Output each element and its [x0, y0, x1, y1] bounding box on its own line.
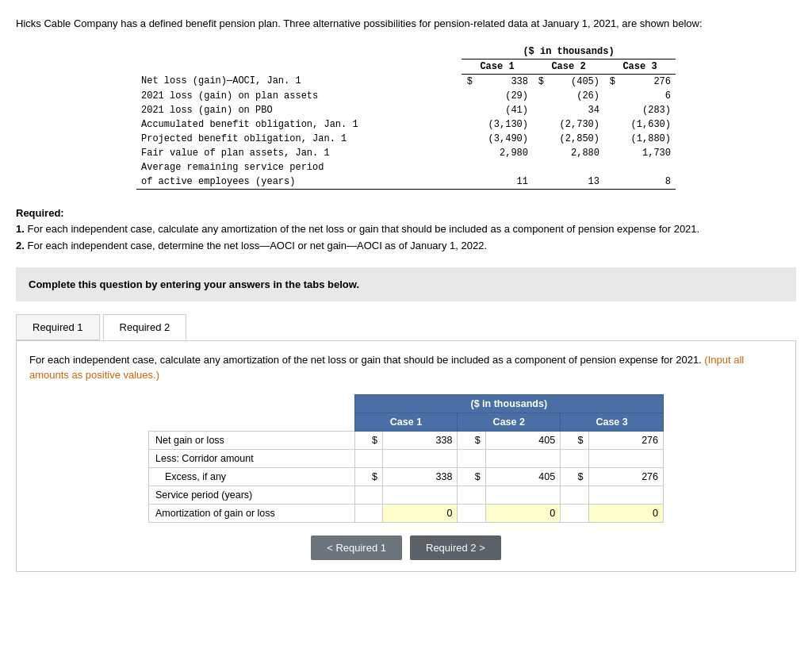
case2-dollar: $ — [533, 74, 549, 89]
row-label-excess: Excess, if any — [149, 467, 355, 486]
case1-val: (29) — [477, 89, 533, 103]
case3-net-input[interactable]: 276 — [588, 431, 663, 449]
required-title: Required: — [16, 207, 64, 219]
next-button-label: Required 2 > — [426, 542, 485, 554]
req2-number: 2. — [16, 240, 25, 251]
case3-excess-input[interactable]: 276 — [588, 467, 663, 486]
tab-content: For each independent case, calculate any… — [16, 340, 796, 572]
case1-val: (41) — [477, 103, 533, 117]
row-label: 2021 loss (gain) on PBO — [136, 103, 462, 117]
case3-corridor-input[interactable] — [588, 449, 663, 467]
ans-row-excess: Excess, if any $ 338 $ 405 $ 276 — [149, 467, 664, 486]
case3-val: 6 — [620, 89, 676, 103]
table-row: of active employees (years) 11 13 8 — [136, 175, 676, 190]
case2-val: (2,850) — [549, 132, 604, 146]
row-label: 2021 loss (gain) on plan assets — [136, 89, 462, 103]
case3-service-input[interactable] — [588, 486, 663, 504]
row-label: Net loss (gain)—AOCI, Jan. 1 — [136, 74, 462, 89]
row-label: of active employees (years) — [136, 175, 462, 190]
table-row: Average remaining service period — [136, 160, 676, 175]
tabs-row: Required 1 Required 2 — [16, 314, 796, 340]
table-row: Accumulated benefit obligation, Jan. 1 (… — [136, 117, 676, 132]
case3-amort-val[interactable]: 0 — [588, 504, 663, 522]
case1-dollar-empty2 — [354, 486, 382, 504]
case2-dollar-empty — [458, 449, 485, 467]
ans-row-net-gain-loss: Net gain or loss $ 338 $ 405 $ 276 — [149, 431, 664, 449]
case2-dollar: $ — [458, 431, 485, 449]
nav-buttons: < Required 1 Required 2 > — [29, 535, 783, 560]
row-label-corridor: Less: Corridor amount — [149, 449, 355, 467]
req1-number: 1. — [16, 223, 25, 235]
case2-val: 2,880 — [549, 146, 604, 160]
case2-val: (26) — [549, 89, 604, 103]
complete-box: Complete this question by entering your … — [16, 267, 796, 301]
case1-dollar-empty3 — [354, 504, 382, 522]
case1-excess-input[interactable]: 338 — [382, 467, 457, 486]
tabs-container: Required 1 Required 2 For each independe… — [16, 314, 796, 572]
ans-col-case1: Case 1 — [354, 413, 458, 431]
case1-dollar: $ — [462, 74, 477, 89]
required-section: Required: 1. For each independent case, … — [16, 205, 796, 255]
case1-corridor-input[interactable] — [382, 449, 457, 467]
row-label-amort: Amortization of gain or loss — [149, 504, 355, 522]
case2-dollar-empty3 — [458, 504, 485, 522]
next-button[interactable]: Required 2 > — [410, 535, 501, 560]
case1-val: 2,980 — [477, 146, 533, 160]
table-row: Projected benefit obligation, Jan. 1 (3,… — [136, 132, 676, 146]
main-table-header: ($ in thousands) — [462, 44, 676, 59]
case1-dollar-empty — [354, 449, 382, 467]
col-case2-header: Case 2 — [533, 59, 604, 74]
case1-amort-val[interactable]: 0 — [382, 504, 457, 522]
case2-val: 13 — [549, 175, 604, 190]
answer-table-wrapper: ($ in thousands) Case 1 Case 2 Case 3 Ne… — [29, 394, 783, 523]
case3-dollar: $ — [561, 467, 588, 486]
case2-val: (405) — [549, 74, 604, 89]
prev-button-label: < Required 1 — [327, 542, 386, 554]
case2-amort-val[interactable]: 0 — [485, 504, 560, 522]
case2-net-input[interactable]: 405 — [485, 431, 560, 449]
answer-table-header: ($ in thousands) — [354, 394, 663, 413]
col-case1-header: Case 1 — [462, 59, 533, 74]
case2-dollar-empty2 — [458, 486, 485, 504]
case2-service-input[interactable] — [485, 486, 560, 504]
case3-val: 1,730 — [620, 146, 676, 160]
case3-dollar-empty3 — [561, 504, 588, 522]
tab-required1[interactable]: Required 1 — [16, 314, 100, 340]
case2-corridor-input[interactable] — [485, 449, 560, 467]
req1-text: For each independent case, calculate any… — [27, 223, 699, 235]
complete-box-text: Complete this question by entering your … — [29, 278, 359, 290]
case3-val: (1,630) — [620, 117, 676, 132]
case1-net-input[interactable]: 338 — [382, 431, 457, 449]
req2-text: For each independent case, determine the… — [27, 240, 487, 251]
tab-description: For each independent case, calculate any… — [29, 352, 783, 383]
intro-text: Hicks Cable Company has a defined benefi… — [16, 16, 796, 32]
col-case3-header: Case 3 — [604, 59, 676, 74]
tab-description-text: For each independent case, calculate any… — [29, 354, 702, 366]
case1-dollar: $ — [354, 431, 382, 449]
case2-val: (2,730) — [549, 117, 604, 132]
case1-val: 11 — [477, 175, 533, 190]
main-data-table-wrapper: ($ in thousands) Case 1 Case 2 Case 3 Ne… — [16, 44, 796, 190]
ans-row-corridor: Less: Corridor amount — [149, 449, 664, 467]
table-row: 2021 loss (gain) on plan assets (29) (26… — [136, 89, 676, 103]
ans-row-service-period: Service period (years) — [149, 486, 664, 504]
tab-required1-label: Required 1 — [33, 321, 83, 333]
ans-row-amortization: Amortization of gain or loss 0 0 0 — [149, 504, 664, 522]
answer-table: ($ in thousands) Case 1 Case 2 Case 3 Ne… — [148, 394, 664, 523]
tab-required2[interactable]: Required 2 — [103, 314, 187, 340]
row-label: Average remaining service period — [136, 160, 462, 175]
ans-col-case3: Case 3 — [561, 413, 664, 431]
case1-val: (3,490) — [477, 132, 533, 146]
case3-val: (1,880) — [620, 132, 676, 146]
row-label: Accumulated benefit obligation, Jan. 1 — [136, 117, 462, 132]
case1-val: (3,130) — [477, 117, 533, 132]
case2-dollar: $ — [458, 467, 485, 486]
case3-dollar-empty2 — [561, 486, 588, 504]
row-label-net: Net gain or loss — [149, 431, 355, 449]
case3-dollar: $ — [561, 431, 588, 449]
case3-val: 276 — [620, 74, 676, 89]
case1-service-input[interactable] — [382, 486, 457, 504]
prev-button[interactable]: < Required 1 — [311, 535, 402, 560]
table-row: Net loss (gain)—AOCI, Jan. 1 $ 338 $ (40… — [136, 74, 676, 89]
case2-excess-input[interactable]: 405 — [485, 467, 560, 486]
